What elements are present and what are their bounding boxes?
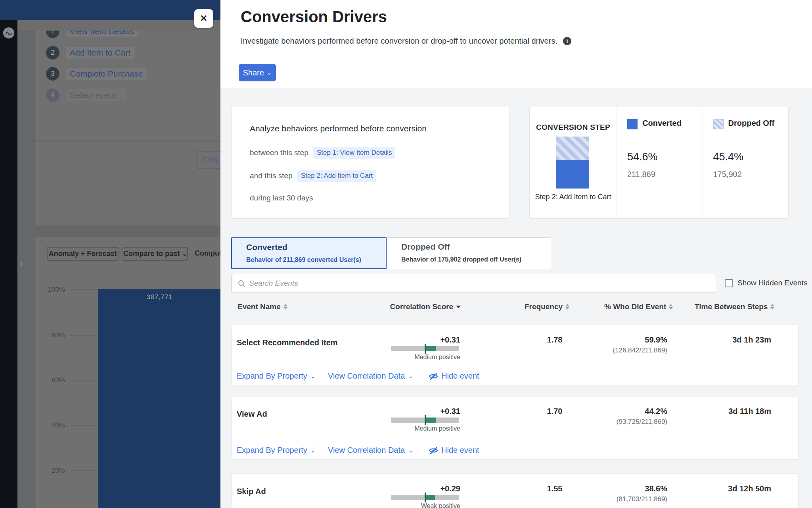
pct-detail: (81,703/211,869) — [576, 495, 667, 503]
conversion-step-title: CONVERSION STEP — [530, 123, 617, 132]
search-events-box — [231, 274, 716, 293]
close-button[interactable]: ✕ — [194, 9, 213, 28]
funnel-toolbar-panel: Con — [36, 142, 221, 225]
show-hidden-events-checkbox[interactable] — [725, 279, 733, 287]
conversion-step-card: CONVERSION STEP Step 2: Add Item to Cart… — [529, 107, 789, 219]
dropped-off-legend-label: Dropped Off — [728, 119, 775, 128]
converted-count: 211,869 — [627, 170, 655, 179]
header-time-between-steps[interactable]: Time Between Steps — [695, 302, 774, 311]
dropped-off-count: 175,902 — [713, 170, 742, 179]
info-icon[interactable]: i — [563, 37, 571, 45]
chevron-down-icon: ⌄ — [310, 448, 316, 452]
step-number-badge: 3 — [46, 67, 59, 81]
hide-event-link[interactable]: Hide event — [418, 367, 479, 385]
step2-chip[interactable]: Step 2: Add Item to Cart — [297, 170, 376, 182]
correlation-fill — [425, 418, 436, 423]
eye-off-icon — [429, 446, 438, 455]
header-pct-who-did-event[interactable]: % Who Did Event — [604, 302, 673, 311]
chevron-down-icon: ⌄ — [267, 71, 272, 75]
compare-to-past-button[interactable]: Compare to past ⌄ — [123, 247, 188, 261]
hide-event-link[interactable]: Hide event — [418, 441, 479, 459]
share-label: Share — [243, 68, 264, 77]
y-tick-100: 100% — [41, 286, 65, 294]
view-correlation-data-link[interactable]: View Correlation Data⌄ — [318, 367, 418, 385]
header-correlation-score[interactable]: Correlation Score — [366, 302, 461, 311]
step-label[interactable]: View Item Details — [66, 31, 138, 37]
step1-chip[interactable]: Step 1: View Item Details — [313, 147, 396, 159]
step-number-badge: 2 — [46, 46, 59, 60]
search-input[interactable] — [249, 274, 709, 292]
tab-converted-title: Converted — [246, 242, 287, 252]
dropped-off-bar-segment — [556, 137, 589, 160]
modal-header: Conversion Drivers Investigate behaviors… — [220, 0, 812, 88]
sort-icon[interactable] — [669, 304, 673, 310]
step-label[interactable]: Add Item to Cart — [66, 47, 134, 59]
modal-body: Analyze behaviors performed before conve… — [220, 88, 812, 508]
anomaly-forecast-button[interactable]: Anomaly + Forecast — [47, 247, 119, 261]
panel-expand-chevron-icon[interactable]: › — [20, 258, 23, 269]
converted-legend-label: Converted — [642, 119, 682, 128]
correlation-center-tick — [425, 493, 426, 502]
sort-desc-icon[interactable] — [456, 306, 461, 308]
dropped-off-swatch-icon — [713, 119, 724, 129]
duration-label: during last 30 days — [250, 194, 313, 202]
header-divider — [220, 59, 812, 59]
sort-icon[interactable] — [770, 304, 774, 310]
time-between-steps-value: 3d 11h 18m — [692, 407, 771, 416]
tab-converted-subtitle: Behavior of 211,869 converted User(s) — [246, 256, 361, 264]
funnel-bar-step1[interactable]: 387,771 — [98, 289, 221, 508]
search-icon — [237, 279, 246, 288]
compare-to-past-label: Compare to past — [123, 250, 180, 258]
funnel-step-3[interactable]: 3 Complete Purchase — [46, 67, 147, 81]
event-row-view-ad: View Ad +0.31 Medium positive 1.70 44.2%… — [231, 396, 799, 460]
compute-button-cut[interactable]: Compute — [195, 249, 221, 258]
converted-bar-segment — [556, 160, 589, 189]
tab-dropped-off-title: Dropped Off — [401, 242, 450, 252]
header-frequency[interactable]: Frequency — [525, 302, 569, 311]
view-correlation-data-link[interactable]: View Correlation Data⌄ — [318, 441, 418, 459]
correlation-strength-label: Medium positive — [381, 425, 460, 432]
sort-icon[interactable] — [283, 304, 287, 310]
analysis-criteria-card: Analyze behaviors performed before conve… — [231, 107, 510, 219]
amplitude-logo-icon[interactable] — [3, 27, 14, 38]
header-event-name[interactable]: Event Name — [237, 302, 287, 311]
step-number-badge: 4 — [46, 89, 59, 102]
tab-converted[interactable]: Converted Behavior of 211,869 converted … — [231, 237, 387, 269]
correlation-center-tick — [425, 344, 426, 354]
frequency-value: 1.70 — [535, 407, 575, 416]
event-name: View Ad — [237, 410, 267, 419]
correlation-fill — [425, 346, 436, 351]
y-tick-20: 20% — [41, 467, 65, 475]
expand-by-property-link[interactable]: Expand By Property⌄ — [232, 441, 318, 459]
frequency-value: 1.55 — [535, 484, 575, 493]
eye-off-icon — [429, 371, 438, 381]
correlation-value: +0.29 — [381, 484, 460, 493]
pct-value: 44.2% — [588, 407, 667, 416]
converted-swatch-icon — [627, 119, 638, 129]
pct-detail: (126,842/211,869) — [576, 346, 667, 354]
funnel-step-1[interactable]: 1 View Item Details — [46, 31, 138, 38]
tab-dropped-off[interactable]: Dropped Off Behavior of 175,902 dropped … — [387, 237, 551, 269]
event-name: Skip Ad — [237, 487, 266, 496]
y-tick-80: 80% — [41, 331, 65, 339]
event-name: Select Recommended Item — [237, 338, 338, 347]
table-header-row: Event Name Correlation Score Frequency %… — [220, 302, 799, 314]
converted-pct: 54.6% — [627, 151, 658, 163]
funnel-steps-panel: 1 View Item Details 2 Add Item to Cart 3… — [36, 31, 221, 140]
funnel-bar-value: 387,771 — [98, 293, 221, 301]
left-sidebar — [0, 20, 17, 508]
step-label[interactable]: Complete Purchase — [66, 68, 147, 80]
between-step-label: between this step — [250, 148, 308, 157]
expand-by-property-link[interactable]: Expand By Property⌄ — [232, 367, 318, 385]
page-title: Conversion Drivers — [241, 8, 387, 26]
step-label[interactable]: Select event... — [66, 89, 126, 101]
tab-dropped-off-subtitle: Behavior of 175,902 dropped off User(s) — [401, 256, 521, 263]
funnel-step-4-placeholder[interactable]: 4 Select event... — [46, 88, 126, 102]
funnel-step-2[interactable]: 2 Add Item to Cart — [46, 46, 134, 60]
y-tick-40: 40% — [41, 421, 65, 429]
correlation-value: +0.31 — [381, 407, 460, 416]
show-hidden-events-label: Show Hidden Events — [737, 279, 807, 287]
sort-icon[interactable] — [565, 304, 569, 310]
share-button[interactable]: Share ⌄ — [239, 64, 276, 81]
criteria-heading: Analyze behaviors performed before conve… — [250, 124, 427, 133]
